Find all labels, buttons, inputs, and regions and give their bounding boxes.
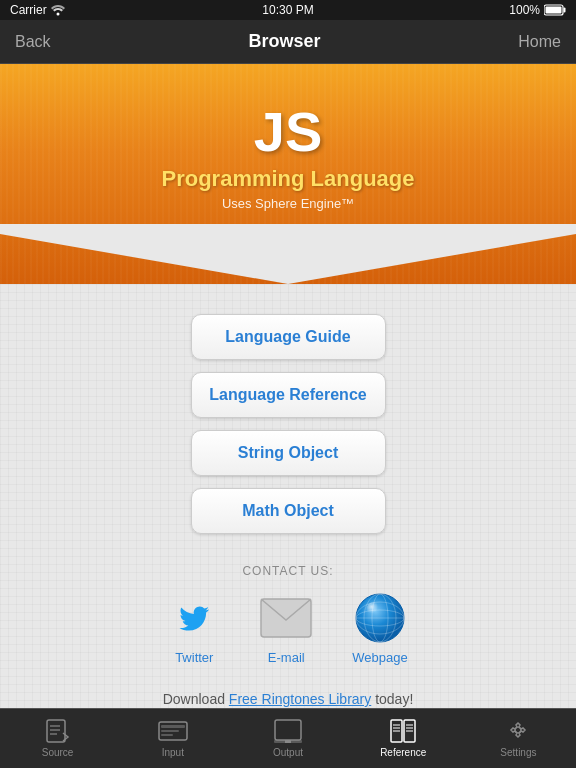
- email-contact[interactable]: E-mail: [260, 592, 312, 665]
- language-guide-button[interactable]: Language Guide: [191, 314, 386, 360]
- hero-subtitle: Uses Sphere Engine™: [222, 196, 354, 211]
- tab-input-label: Input: [162, 747, 184, 758]
- tab-output[interactable]: Output: [230, 719, 345, 758]
- tab-source[interactable]: Source: [0, 719, 115, 758]
- contact-icons: Twitter E-mail: [20, 592, 556, 665]
- output-icon: [274, 719, 302, 743]
- email-icon-wrap: [260, 592, 312, 644]
- svg-marker-4: [0, 224, 576, 284]
- status-time: 10:30 PM: [262, 3, 313, 17]
- back-button[interactable]: Back: [15, 33, 51, 51]
- svg-point-0: [56, 13, 59, 16]
- home-button[interactable]: Home: [518, 33, 561, 51]
- webpage-label: Webpage: [352, 650, 407, 665]
- download-prefix: Download: [163, 691, 229, 707]
- webpage-icon-wrap: [354, 592, 406, 644]
- webpage-contact[interactable]: Webpage: [352, 592, 407, 665]
- hero-section: JS Programming Language Uses Sphere Engi…: [0, 64, 576, 284]
- hero-chevron: [0, 224, 576, 284]
- status-right: 100%: [509, 3, 566, 17]
- tab-settings[interactable]: Settings: [461, 719, 576, 758]
- email-icon: [260, 598, 312, 638]
- carrier-label: Carrier: [10, 3, 47, 17]
- hero-title: Programming Language: [161, 166, 414, 192]
- math-object-button[interactable]: Math Object: [191, 488, 386, 534]
- hero-js-label: JS: [254, 104, 323, 160]
- tab-reference[interactable]: Reference: [346, 719, 461, 758]
- menu-buttons: Language Guide Language Reference String…: [20, 314, 556, 534]
- svg-rect-22: [275, 720, 301, 740]
- battery-icon: [544, 4, 566, 16]
- twitter-label: Twitter: [175, 650, 213, 665]
- status-left: Carrier: [10, 3, 65, 17]
- svg-point-33: [515, 727, 521, 733]
- hero-content: JS Programming Language Uses Sphere Engi…: [0, 64, 576, 211]
- svg-rect-14: [47, 720, 65, 742]
- tab-source-label: Source: [42, 747, 74, 758]
- svg-rect-21: [161, 734, 173, 736]
- email-label: E-mail: [268, 650, 305, 665]
- tab-bar: Source Input Output Ref: [0, 708, 576, 768]
- svg-point-13: [366, 602, 382, 618]
- reference-icon: [389, 719, 417, 743]
- svg-rect-20: [161, 730, 179, 732]
- nav-title: Browser: [248, 31, 320, 52]
- language-reference-button[interactable]: Language Reference: [191, 372, 386, 418]
- twitter-icon-wrap: [168, 592, 220, 644]
- input-icon: [158, 719, 188, 743]
- contact-section: CONTACT US: Twitter: [20, 564, 556, 665]
- settings-icon: [505, 719, 531, 743]
- status-bar: Carrier 10:30 PM 100%: [0, 0, 576, 20]
- svg-rect-3: [546, 7, 562, 14]
- contact-label: CONTACT US:: [20, 564, 556, 578]
- tab-input[interactable]: Input: [115, 719, 230, 758]
- string-object-button[interactable]: String Object: [191, 430, 386, 476]
- download-suffix: today!: [371, 691, 413, 707]
- source-icon: [45, 719, 71, 743]
- main-content: Language Guide Language Reference String…: [0, 284, 576, 741]
- tab-reference-label: Reference: [380, 747, 426, 758]
- tab-settings-label: Settings: [500, 747, 536, 758]
- svg-rect-2: [564, 8, 566, 13]
- wifi-icon: [51, 4, 65, 16]
- svg-rect-19: [161, 725, 185, 728]
- tab-output-label: Output: [273, 747, 303, 758]
- globe-icon: [354, 592, 406, 644]
- svg-rect-24: [285, 740, 291, 743]
- nav-bar: Back Browser Home: [0, 20, 576, 64]
- twitter-icon: [169, 593, 219, 643]
- twitter-contact[interactable]: Twitter: [168, 592, 220, 665]
- battery-label: 100%: [509, 3, 540, 17]
- ringtones-link[interactable]: Free Ringtones Library: [229, 691, 371, 707]
